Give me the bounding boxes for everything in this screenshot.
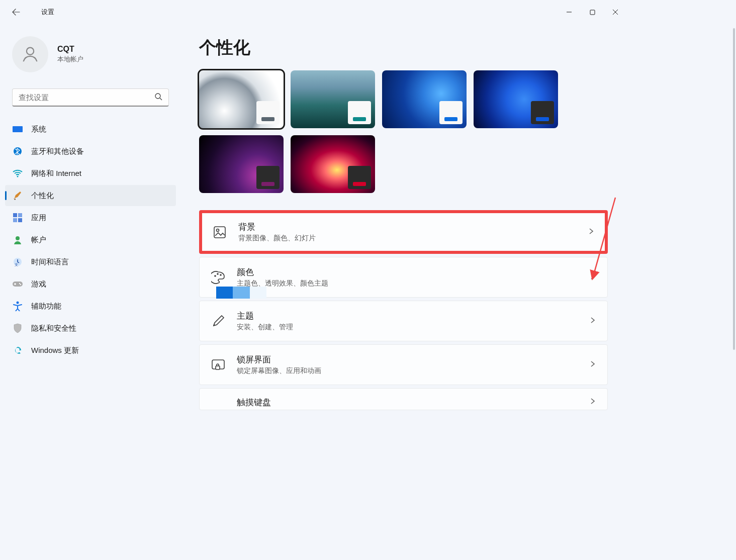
nav-label: 帐户 bbox=[31, 235, 46, 245]
user-name: CQT bbox=[57, 45, 83, 54]
user-block[interactable]: CQT 本地帐户 bbox=[0, 36, 181, 88]
nav-item-1[interactable]: 蓝牙和其他设备 bbox=[5, 141, 176, 162]
nav-icon bbox=[12, 301, 23, 312]
svg-rect-7 bbox=[18, 213, 22, 217]
nav-icon: 文 bbox=[12, 256, 23, 267]
card-sub: 锁定屏幕图像、应用和动画 bbox=[237, 366, 578, 376]
card-text: 颜色 主题色、透明效果、颜色主题 bbox=[237, 266, 578, 288]
nav-icon bbox=[12, 345, 23, 356]
nav-item-7[interactable]: 游戏 bbox=[5, 273, 176, 295]
nav-icon bbox=[12, 212, 23, 223]
card-title: 主题 bbox=[237, 310, 578, 322]
card-text: 锁屏界面 锁定屏幕图像、应用和动画 bbox=[237, 354, 578, 376]
nav-icon bbox=[12, 323, 23, 334]
card-text: 背景 背景图像、颜色、幻灯片 bbox=[238, 221, 577, 243]
svg-point-2 bbox=[155, 94, 160, 99]
chevron-right-icon bbox=[589, 317, 596, 326]
svg-point-21 bbox=[220, 274, 222, 276]
card-background[interactable]: 背景 背景图像、颜色、幻灯片 bbox=[199, 210, 608, 254]
card-sub: 背景图像、颜色、幻灯片 bbox=[238, 234, 577, 243]
card-title: 颜色 bbox=[237, 266, 578, 278]
svg-point-1 bbox=[27, 48, 34, 55]
svg-point-19 bbox=[214, 275, 216, 277]
nav-item-0[interactable]: 系统 bbox=[5, 119, 176, 140]
close-button[interactable] bbox=[604, 4, 627, 20]
touchkb-icon bbox=[211, 395, 226, 410]
theme-mini-preview bbox=[531, 101, 554, 124]
theme-mini-preview bbox=[439, 101, 463, 124]
page-title: 个性化 bbox=[199, 36, 608, 59]
censor-mosaic bbox=[216, 287, 266, 299]
svg-rect-23 bbox=[216, 366, 220, 369]
theme-thumb-0[interactable] bbox=[199, 70, 284, 128]
theme-thumb-2[interactable] bbox=[382, 70, 467, 128]
svg-point-16 bbox=[17, 302, 19, 304]
svg-point-15 bbox=[20, 284, 21, 285]
nav-item-6[interactable]: 文时间和语言 bbox=[5, 251, 176, 272]
theme-thumb-4[interactable] bbox=[199, 135, 284, 193]
nav-icon bbox=[12, 124, 23, 135]
nav-label: 应用 bbox=[31, 213, 46, 223]
nav-icon bbox=[12, 146, 23, 157]
svg-rect-17 bbox=[214, 227, 225, 238]
card-sub: 主题色、透明效果、颜色主题 bbox=[237, 279, 578, 288]
app-title: 设置 bbox=[41, 8, 54, 17]
nav-item-5[interactable]: 帐户 bbox=[5, 229, 176, 250]
theme-mini-preview bbox=[348, 166, 371, 189]
card-title: 触摸键盘 bbox=[237, 397, 578, 408]
chevron-right-icon bbox=[589, 398, 596, 407]
theme-mini-preview bbox=[348, 101, 371, 124]
theme-thumbnails bbox=[199, 70, 608, 193]
card-title: 背景 bbox=[238, 221, 577, 233]
svg-rect-6 bbox=[13, 213, 17, 217]
main-content: 个性化 背景 背景图像、颜色、幻灯片 颜色 主题色、透明效果、颜色主题 主题 安… bbox=[181, 24, 629, 471]
avatar bbox=[12, 36, 48, 72]
lockscreen-icon bbox=[211, 357, 226, 372]
nav: 系统蓝牙和其他设备网络和 Internet个性化应用帐户文时间和语言游戏辅助功能… bbox=[0, 118, 181, 362]
nav-label: 游戏 bbox=[31, 279, 46, 289]
search-icon bbox=[154, 92, 162, 103]
nav-label: 时间和语言 bbox=[31, 257, 69, 267]
search-input[interactable] bbox=[19, 93, 154, 102]
theme-thumb-5[interactable] bbox=[291, 135, 375, 193]
nav-icon bbox=[12, 190, 23, 201]
chevron-right-icon bbox=[589, 273, 596, 282]
card-text: 主题 安装、创建、管理 bbox=[237, 310, 578, 332]
nav-label: Windows 更新 bbox=[31, 346, 79, 355]
colors-icon bbox=[211, 270, 226, 285]
nav-label: 辅助功能 bbox=[31, 302, 61, 311]
theme-mini-preview bbox=[256, 101, 280, 124]
maximize-button[interactable] bbox=[581, 4, 604, 20]
card-themes[interactable]: 主题 安装、创建、管理 bbox=[199, 301, 608, 341]
card-lockscreen[interactable]: 锁屏界面 锁定屏幕图像、应用和动画 bbox=[199, 344, 608, 385]
nav-item-9[interactable]: 隐私和安全性 bbox=[5, 318, 176, 339]
nav-item-10[interactable]: Windows 更新 bbox=[5, 340, 176, 361]
theme-thumb-1[interactable] bbox=[291, 70, 375, 128]
nav-item-3[interactable]: 个性化 bbox=[5, 185, 176, 206]
back-arrow-icon bbox=[12, 8, 20, 16]
svg-text:文: 文 bbox=[15, 263, 18, 266]
nav-label: 系统 bbox=[31, 125, 46, 134]
nav-label: 隐私和安全性 bbox=[31, 324, 76, 333]
svg-point-10 bbox=[16, 236, 20, 240]
window-controls bbox=[558, 4, 627, 20]
nav-icon bbox=[12, 234, 23, 245]
theme-mini-preview bbox=[256, 166, 280, 189]
background-icon bbox=[212, 225, 227, 240]
svg-point-5 bbox=[17, 176, 19, 177]
back-button[interactable] bbox=[5, 1, 27, 23]
themes-icon bbox=[211, 314, 226, 329]
theme-thumb-3[interactable] bbox=[474, 70, 558, 128]
nav-icon bbox=[12, 168, 23, 179]
card-title: 锁屏界面 bbox=[237, 354, 578, 365]
nav-item-2[interactable]: 网络和 Internet bbox=[5, 163, 176, 184]
card-touchkb[interactable]: 触摸键盘 bbox=[199, 388, 608, 410]
minimize-button[interactable] bbox=[558, 4, 581, 20]
search-input-wrap[interactable] bbox=[12, 88, 169, 107]
svg-rect-8 bbox=[13, 218, 17, 222]
nav-item-8[interactable]: 辅助功能 bbox=[5, 296, 176, 317]
title-bar: 设置 bbox=[0, 0, 629, 24]
sidebar: CQT 本地帐户 系统蓝牙和其他设备网络和 Internet个性化应用帐户文时间… bbox=[0, 24, 181, 471]
svg-rect-3 bbox=[13, 126, 23, 132]
nav-item-4[interactable]: 应用 bbox=[5, 207, 176, 228]
